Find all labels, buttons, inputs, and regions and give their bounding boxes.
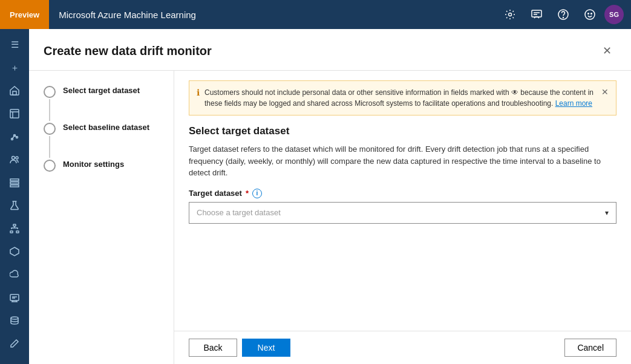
preview-label: Preview (0, 0, 49, 29)
sidebar: ☰ ＋ (0, 29, 29, 364)
dialog-title: Create new data drift monitor (44, 44, 212, 58)
main-content: ℹ Customers should not include personal … (174, 71, 631, 331)
svg-point-7 (588, 13, 589, 15)
warning-icon: ℹ (197, 88, 200, 97)
close-button[interactable]: ✕ (597, 41, 616, 60)
svg-rect-10 (10, 109, 19, 118)
dialog-body: Select target dataset Select baseline da… (29, 71, 631, 364)
next-button[interactable]: Next (242, 339, 290, 357)
section-desc: Target dataset refers to the dataset whi… (189, 143, 616, 179)
steps-panel: Select target dataset Select baseline da… (29, 71, 174, 364)
sidebar-item-data[interactable] (2, 103, 27, 125)
step-1-circle (44, 86, 56, 98)
step-1: Select target dataset (44, 85, 159, 98)
topbar-icons: SG (498, 2, 631, 27)
eye-icon: 👁 (511, 88, 520, 97)
sidebar-item-menu[interactable]: ☰ (2, 34, 27, 56)
back-button[interactable]: Back (189, 339, 237, 357)
sidebar-item-network[interactable] (2, 218, 27, 239)
chevron-down-icon: ▾ (605, 209, 609, 217)
svg-point-31 (11, 317, 18, 319)
target-dataset-select[interactable]: Choose a target dataset ▾ (189, 202, 616, 224)
content-area: Create new data drift monitor ✕ Select t… (29, 29, 631, 364)
svg-rect-22 (13, 224, 16, 226)
sidebar-item-edit[interactable] (2, 333, 27, 354)
svg-point-17 (16, 157, 18, 159)
field-info-icon[interactable]: i (252, 189, 262, 198)
svg-point-6 (585, 10, 595, 19)
step-connector-2 (49, 136, 50, 158)
cancel-button[interactable]: Cancel (564, 339, 616, 357)
sidebar-item-compute[interactable] (2, 287, 27, 308)
warning-banner: ℹ Customers should not include personal … (189, 80, 616, 115)
help-icon[interactable] (551, 2, 575, 27)
learn-more-link[interactable]: Learn more (555, 99, 592, 108)
step-2: Select baseline dataset (44, 122, 159, 135)
step-1-label: Select target dataset (63, 85, 140, 95)
svg-rect-20 (10, 185, 19, 187)
warning-text: Customers should not include personal da… (204, 87, 597, 109)
step-2-label: Select baseline dataset (63, 122, 149, 132)
sidebar-item-cloud[interactable] (2, 264, 27, 285)
select-placeholder: Choose a target dataset (197, 208, 281, 217)
svg-point-0 (509, 13, 512, 16)
svg-rect-25 (10, 294, 19, 301)
svg-point-8 (591, 13, 592, 15)
smiley-icon[interactable] (578, 2, 602, 27)
svg-rect-18 (10, 179, 19, 181)
sidebar-item-flask[interactable] (2, 195, 27, 216)
svg-rect-19 (10, 182, 19, 184)
svg-rect-1 (532, 10, 541, 17)
form-area: ℹ Customers should not include personal … (174, 71, 631, 364)
settings-icon[interactable] (498, 2, 522, 27)
sidebar-item-storage[interactable] (2, 310, 27, 331)
sidebar-item-experiments[interactable] (2, 126, 27, 148)
sidebar-item-pipelines[interactable] (2, 172, 27, 193)
section-title: Select target dataset (189, 125, 616, 137)
step-2-circle (44, 123, 56, 135)
dialog-header: Create new data drift monitor ✕ (29, 29, 631, 71)
warning-close-button[interactable]: ✕ (601, 87, 609, 97)
sidebar-item-people[interactable] (2, 149, 27, 171)
field-label-target: Target dataset * i (189, 189, 616, 198)
avatar[interactable]: SG (604, 5, 624, 24)
sidebar-item-models[interactable] (2, 241, 27, 262)
required-star: * (246, 189, 249, 198)
feedback-icon[interactable] (525, 2, 549, 27)
step-3-circle (44, 160, 56, 172)
step-3: Monitor settings (44, 159, 159, 172)
svg-point-16 (12, 157, 15, 160)
sidebar-item-home[interactable] (2, 80, 27, 102)
app-title: Microsoft Azure Machine Learning (49, 10, 498, 20)
svg-point-5 (563, 18, 564, 18)
dialog-footer: Back Next Cancel (174, 331, 631, 364)
svg-rect-23 (10, 231, 13, 233)
svg-rect-24 (16, 231, 19, 233)
step-connector-1 (49, 99, 50, 121)
sidebar-item-add[interactable]: ＋ (2, 57, 27, 79)
svg-rect-9 (13, 91, 16, 95)
step-3-label: Monitor settings (63, 159, 124, 169)
